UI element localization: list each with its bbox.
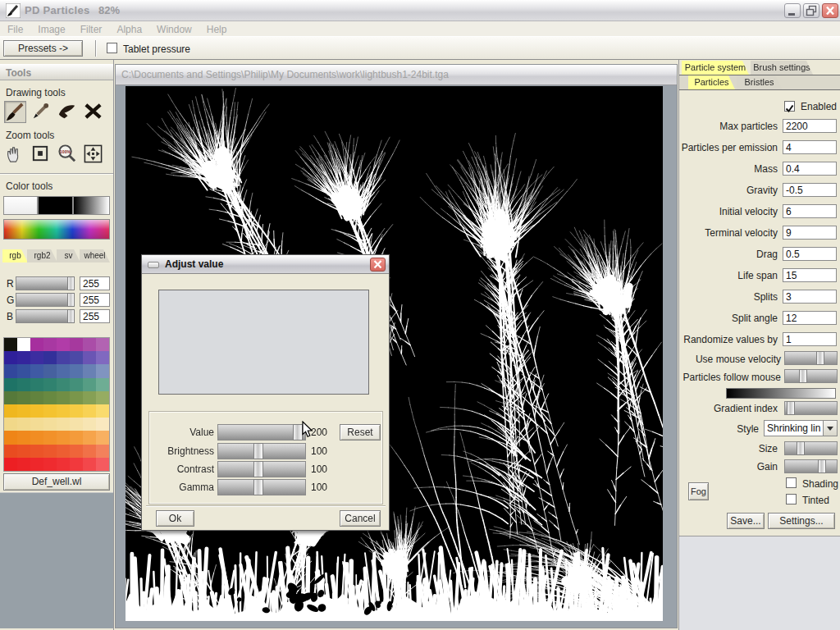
- palette-swatch[interactable]: [96, 378, 109, 391]
- fog-button[interactable]: Fog: [688, 482, 709, 500]
- splits-input[interactable]: 3: [783, 290, 837, 304]
- dropdown-arrow-icon[interactable]: [823, 421, 837, 436]
- contrast-slider[interactable]: [217, 461, 306, 477]
- menu-file[interactable]: File: [0, 22, 30, 35]
- palette-swatch[interactable]: [96, 418, 109, 431]
- color-spectrum[interactable]: [3, 219, 110, 240]
- palette-swatch[interactable]: [57, 391, 70, 404]
- palette-swatch[interactable]: [70, 364, 83, 377]
- palette-swatch[interactable]: [43, 431, 57, 444]
- palette-swatch[interactable]: [70, 445, 83, 458]
- brush-tool-button[interactable]: [4, 101, 26, 123]
- palette-swatch[interactable]: [30, 431, 43, 444]
- randomize-values-by-input[interactable]: 1: [783, 332, 837, 346]
- particles-per-emission-input[interactable]: 4: [783, 140, 837, 154]
- palette-swatch[interactable]: [43, 351, 57, 364]
- tab-particle-system[interactable]: Particle system: [682, 61, 749, 75]
- palette-swatch[interactable]: [83, 458, 96, 471]
- pen-tool-button[interactable]: [30, 101, 52, 123]
- palette-swatch[interactable]: [83, 338, 96, 351]
- gravity-input[interactable]: -0.5: [783, 183, 837, 197]
- palette-swatch[interactable]: [83, 391, 96, 404]
- palette-swatch[interactable]: [4, 445, 17, 458]
- palette-swatch[interactable]: [96, 364, 109, 377]
- foreground-color-swatch[interactable]: [3, 196, 38, 215]
- palette-swatch[interactable]: [4, 431, 17, 444]
- palette-swatch[interactable]: [83, 445, 96, 458]
- palette-swatch[interactable]: [4, 338, 17, 351]
- palette-swatch[interactable]: [83, 378, 96, 391]
- palette-swatch[interactable]: [70, 418, 83, 431]
- palette-swatch[interactable]: [17, 338, 30, 351]
- palette-swatch[interactable]: [17, 378, 30, 391]
- palette-swatch[interactable]: [43, 338, 57, 351]
- color-well-button[interactable]: Def_well.wl: [3, 473, 110, 491]
- palette-swatch[interactable]: [96, 445, 109, 458]
- gain-slider[interactable]: [784, 459, 838, 473]
- palette-swatch[interactable]: [43, 391, 57, 404]
- gamma-slider[interactable]: [217, 479, 306, 495]
- color-palette[interactable]: [3, 337, 110, 472]
- palette-swatch[interactable]: [17, 458, 30, 471]
- palette-swatch[interactable]: [70, 431, 83, 444]
- menu-help[interactable]: Help: [199, 22, 235, 35]
- terminal-velocity-input[interactable]: 9: [783, 226, 837, 240]
- palette-swatch[interactable]: [17, 418, 30, 431]
- initial-velocity-input[interactable]: 6: [783, 204, 837, 218]
- tablet-pressure-checkbox[interactable]: [107, 43, 117, 53]
- particles-follow-mouse-slider[interactable]: [784, 369, 838, 383]
- zoom-actual-button[interactable]: [30, 144, 52, 166]
- pan-tool-button[interactable]: [4, 144, 26, 166]
- channel-slider-r[interactable]: [16, 276, 75, 290]
- palette-swatch[interactable]: [96, 391, 109, 404]
- palette-swatch[interactable]: [57, 431, 70, 444]
- palette-swatch[interactable]: [17, 445, 30, 458]
- style-dropdown[interactable]: Shrinking lin: [764, 420, 838, 436]
- palette-swatch[interactable]: [57, 364, 70, 377]
- size-slider[interactable]: [784, 441, 838, 455]
- gradient-index-slider[interactable]: [784, 401, 838, 415]
- palette-swatch[interactable]: [96, 404, 109, 418]
- channel-slider-b[interactable]: [16, 309, 75, 323]
- zoom-tool-button[interactable]: 100%: [57, 144, 79, 166]
- palette-swatch[interactable]: [30, 445, 43, 458]
- palette-swatch[interactable]: [17, 351, 30, 364]
- palette-swatch[interactable]: [4, 418, 17, 431]
- palette-swatch[interactable]: [83, 418, 96, 431]
- menu-window[interactable]: Window: [149, 22, 199, 35]
- palette-swatch[interactable]: [4, 404, 17, 418]
- palette-swatch[interactable]: [83, 351, 96, 364]
- palette-swatch[interactable]: [96, 458, 109, 471]
- move-view-button[interactable]: [83, 144, 105, 166]
- pressets-button[interactable]: Pressets ->: [3, 40, 83, 57]
- palette-swatch[interactable]: [96, 351, 109, 364]
- palette-swatch[interactable]: [70, 338, 83, 351]
- dialog-titlebar[interactable]: Adjust value: [142, 255, 389, 274]
- menu-filter[interactable]: Filter: [73, 22, 110, 35]
- palette-swatch[interactable]: [70, 404, 83, 418]
- cancel-button[interactable]: Cancel: [340, 510, 381, 527]
- palette-swatch[interactable]: [57, 378, 70, 391]
- split-angle-input[interactable]: 12: [783, 311, 837, 325]
- palette-swatch[interactable]: [43, 418, 57, 431]
- gradient-preview-bar[interactable]: [726, 388, 836, 399]
- palette-swatch[interactable]: [43, 404, 57, 418]
- subtab-bristles[interactable]: Bristles: [737, 75, 782, 89]
- palette-swatch[interactable]: [83, 364, 96, 377]
- palette-swatch[interactable]: [17, 431, 30, 444]
- eraser-tool-button[interactable]: [57, 101, 79, 123]
- dialog-close-button[interactable]: [370, 258, 386, 272]
- palette-swatch[interactable]: [30, 351, 43, 364]
- save-button[interactable]: Save...: [727, 513, 765, 529]
- palette-swatch[interactable]: [70, 391, 83, 404]
- palette-swatch[interactable]: [43, 364, 57, 377]
- ok-button[interactable]: Ok: [156, 510, 194, 527]
- app-titlebar[interactable]: PD Particles 82%: [0, 0, 840, 21]
- palette-swatch[interactable]: [30, 364, 43, 377]
- menu-image[interactable]: Image: [30, 22, 72, 35]
- drag-input[interactable]: 0.5: [783, 247, 837, 261]
- delete-tool-button[interactable]: [83, 101, 105, 123]
- use-mouse-velocity-slider[interactable]: [784, 351, 838, 365]
- minimize-button[interactable]: [784, 3, 801, 18]
- channel-value-b[interactable]: 255: [80, 309, 110, 323]
